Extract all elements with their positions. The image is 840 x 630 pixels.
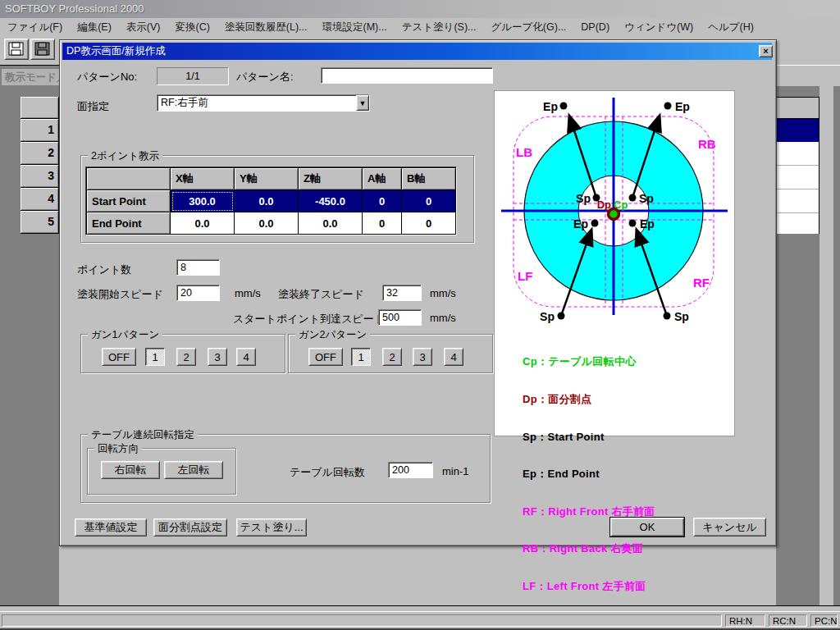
- legend-sp: Sp：Start Point: [523, 431, 655, 443]
- cell-start-a[interactable]: 0: [363, 190, 402, 212]
- menu-convert[interactable]: 変換(C): [167, 21, 217, 34]
- gun2-off-button[interactable]: OFF: [308, 348, 343, 366]
- cell-start-y[interactable]: 0.0: [235, 190, 299, 212]
- cell-end-x[interactable]: 0.0: [171, 212, 235, 235]
- menu-edit[interactable]: 編集(E): [70, 21, 119, 34]
- dialog-title-bar[interactable]: DP教示画面/新規作成: [62, 43, 772, 60]
- reference-values-button[interactable]: 基準値設定: [75, 518, 147, 536]
- gun2-pattern-4-button[interactable]: 4: [444, 348, 463, 366]
- bg-grid-rows[interactable]: [776, 142, 819, 234]
- menu-test-paint[interactable]: テスト塗り(S)...: [395, 21, 484, 34]
- sp-label-upper-right: Sp: [639, 192, 654, 205]
- pattern-name-label: パターン名:: [236, 70, 294, 84]
- start-point-speed-input[interactable]: [378, 309, 422, 326]
- start-point-speed-unit: mm/s: [430, 312, 456, 324]
- row-header-5[interactable]: 5: [21, 211, 59, 234]
- face-split-points-button[interactable]: 面分割点設定: [153, 518, 227, 536]
- row-header-3[interactable]: 3: [21, 165, 59, 188]
- row-label-end: End Point: [87, 212, 171, 235]
- rotate-cw-button[interactable]: 右回転: [101, 461, 160, 479]
- grid-corner-cell[interactable]: [21, 97, 59, 119]
- gun2-pattern-3-button[interactable]: 3: [413, 348, 432, 366]
- lb-quadrant-label: LB: [516, 145, 532, 159]
- ep-label-top-right: Ep: [675, 100, 690, 113]
- gun1-pattern-3-button[interactable]: 3: [208, 348, 227, 366]
- legend-lf: LF：Left Front 左手前面: [523, 580, 655, 592]
- menu-file[interactable]: ファイル(F): [0, 21, 70, 34]
- gun2-group-label: ガン2パターン: [295, 328, 370, 342]
- menu-environment[interactable]: 環境設定(M)...: [315, 21, 395, 34]
- dropdown-arrow-icon: ▼: [359, 99, 367, 107]
- pattern-name-input[interactable]: [321, 67, 493, 84]
- face-label: 面指定: [77, 99, 109, 114]
- row-label-start: Start Point: [87, 190, 171, 212]
- paint-start-speed-unit: mm/s: [235, 287, 261, 299]
- bg-grid-selected-row[interactable]: [776, 119, 819, 142]
- row-header-1[interactable]: 1: [21, 119, 59, 142]
- cell-end-y[interactable]: 0.0: [235, 212, 299, 235]
- face-diagram-panel: Ep Ep Sp Sp Ep Ep Sp Sp LB RB LF RF Dp C…: [494, 90, 735, 436]
- face-dropdown-button[interactable]: ▼: [356, 95, 369, 111]
- sp-label-bottom-right: Sp: [674, 310, 689, 323]
- cell-end-z[interactable]: 0.0: [299, 212, 363, 235]
- gun1-pattern-1-button[interactable]: 1: [145, 348, 165, 366]
- point-count-label: ポイント数: [77, 262, 131, 277]
- rotation-center-marker: [609, 209, 619, 220]
- gun2-pattern-2-button[interactable]: 2: [382, 348, 402, 366]
- cell-start-z[interactable]: -450.0: [299, 190, 363, 212]
- gun1-pattern-4-button[interactable]: 4: [236, 348, 256, 366]
- menu-window[interactable]: ウィンドウ(W): [617, 21, 701, 34]
- menu-dp[interactable]: DP(D): [573, 21, 617, 33]
- cell-end-a[interactable]: 0: [363, 212, 402, 235]
- save-button[interactable]: [4, 39, 29, 60]
- col-header-x: X軸: [171, 168, 235, 190]
- cell-start-x[interactable]: 300.0: [171, 190, 235, 212]
- menu-paint-count-history[interactable]: 塗装回数履歴(L)...: [217, 21, 315, 34]
- status-message-panel: [2, 614, 722, 627]
- bg-grid-header-cell[interactable]: [776, 97, 819, 119]
- start-point-speed-label: スタートポイント到達スピード: [233, 312, 385, 326]
- right-window-scroll-strip[interactable]: [819, 86, 833, 605]
- table-rotation-group-label: テーブル連続回転指定: [88, 428, 198, 442]
- row-header-4[interactable]: 4: [21, 188, 59, 211]
- cell-start-b[interactable]: 0: [402, 190, 456, 212]
- table-speed-input[interactable]: [388, 462, 433, 478]
- col-header-z: Z軸: [299, 168, 363, 190]
- dp-teach-dialog: DP教示画面/新規作成 × パターンNo: 1/1 パターン名: 面指定 RF:…: [59, 39, 777, 546]
- point-count-input[interactable]: [176, 259, 220, 276]
- legend-ep: Ep：End Point: [523, 468, 655, 480]
- dp-label: Dp: [597, 199, 611, 211]
- dialog-title: DP教示画面/新規作成: [66, 45, 166, 57]
- row-header-2[interactable]: 2: [21, 142, 59, 165]
- col-header-a: A軸: [363, 168, 402, 190]
- col-header-b: B軸: [402, 168, 456, 190]
- paint-start-speed-input[interactable]: [176, 285, 220, 301]
- two-point-group-label: 2ポイント教示: [88, 149, 162, 163]
- menu-bar: ファイル(F) 編集(E) 表示(V) 変換(C) 塗装回数履歴(L)... 環…: [0, 18, 840, 37]
- menu-grouping[interactable]: グループ化(G)...: [483, 21, 573, 34]
- face-combobox[interactable]: RF:右手前: [157, 94, 370, 112]
- paint-end-speed-input[interactable]: [382, 285, 422, 301]
- cell-end-b[interactable]: 0: [402, 212, 456, 235]
- close-icon: ×: [763, 46, 768, 57]
- table-speed-label: テーブル回転数: [290, 465, 365, 480]
- gun1-off-button[interactable]: OFF: [102, 348, 136, 366]
- status-rc-panel: RC:N: [769, 614, 807, 627]
- col-header-blank: [87, 168, 171, 190]
- right-window-edge: [776, 65, 840, 88]
- gun1-pattern-2-button[interactable]: 2: [176, 348, 196, 366]
- menu-help[interactable]: ヘルプ(H): [701, 21, 761, 34]
- menu-view[interactable]: 表示(V): [119, 21, 168, 34]
- test-paint-button[interactable]: テスト塗り...: [236, 518, 307, 536]
- legend-rf: RF：Right Front 右手前面: [523, 505, 655, 518]
- teach-mode-title: 教示モード／: [2, 69, 59, 85]
- gun2-pattern-1-button[interactable]: 1: [351, 348, 371, 366]
- ep-label-lower-right: Ep: [640, 217, 655, 231]
- rotation-direction-group-label: 回転方向: [94, 442, 142, 456]
- cancel-button[interactable]: キャンセル: [693, 518, 766, 536]
- close-button[interactable]: ×: [759, 45, 773, 57]
- rotate-ccw-button[interactable]: 左回転: [164, 461, 223, 479]
- paint-start-speed-label: 塗装開始スピード: [77, 287, 163, 302]
- save-all-button[interactable]: [30, 39, 55, 60]
- legend-rb: RB：Right Back 右奥面: [523, 542, 655, 555]
